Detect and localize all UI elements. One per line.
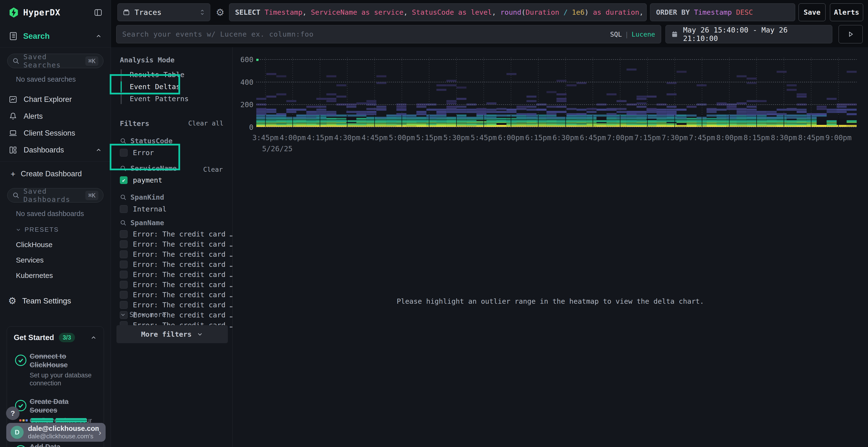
preset-kubernetes[interactable]: Kubernetes xyxy=(16,271,111,280)
preset-services[interactable]: Services xyxy=(16,256,111,264)
presets-toggle[interactable]: PRESETS xyxy=(16,226,111,233)
hidden-checklist-item xyxy=(19,418,87,422)
checkbox-unchecked[interactable] xyxy=(120,230,128,238)
sidebar-header: HyperDX xyxy=(0,0,111,25)
filter-option-spanname[interactable]: Error: The credit card … xyxy=(120,260,234,269)
source-settings-gear-icon[interactable]: ⚙ xyxy=(214,3,227,21)
chevron-up-icon[interactable] xyxy=(90,334,97,341)
chart-panel: 0200400600 3:45pm4:00pm4:15pm4:30pm4:45p… xyxy=(233,47,868,447)
y-tick-label: 0 xyxy=(234,123,253,132)
sql-token: / xyxy=(559,8,572,16)
alerts-button[interactable]: Alerts xyxy=(830,3,863,21)
checkbox-unchecked[interactable] xyxy=(120,205,128,213)
filter-option-internal[interactable]: Internal xyxy=(120,204,166,214)
sidebar-item-chart-explorer[interactable]: Chart Explorer xyxy=(0,92,111,107)
sidebar-item-alerts[interactable]: Alerts xyxy=(0,108,111,124)
get-started-title: Get Started xyxy=(14,333,54,342)
filter-option-spanname[interactable]: Error: The credit card … xyxy=(120,280,234,289)
more-filters-button[interactable]: More filters xyxy=(117,325,228,343)
time-range-picker[interactable]: May 26 15:40:00 - May 26 21:10:00 xyxy=(665,25,832,43)
mode-sql-toggle[interactable]: SQL xyxy=(610,31,622,38)
confetti-icon xyxy=(26,419,28,421)
filter-option-spanname[interactable]: Error: The credit card … xyxy=(120,270,234,279)
sql-token: 1e6 xyxy=(572,8,585,16)
checkbox-unchecked[interactable] xyxy=(120,261,128,268)
nav-label: Client Sessions xyxy=(24,129,75,138)
sql-token: ( xyxy=(521,8,525,16)
y-tick-label: 400 xyxy=(234,78,253,86)
select-chevrons-icon xyxy=(199,9,205,16)
order-by-text: ORDER BY Timestamp DESC xyxy=(656,8,753,16)
help-button[interactable]: ? xyxy=(6,407,20,420)
filter-option-spanname[interactable]: Error: The credit card … xyxy=(120,290,234,300)
search-icon[interactable] xyxy=(120,219,127,226)
sidebar-item-dashboards[interactable]: Dashboards xyxy=(0,142,111,158)
saved-dashboards-input[interactable]: Saved Dashboards ⌘K xyxy=(7,188,103,203)
x-tick-label: 4:00pm xyxy=(280,133,306,142)
shortcut-badge: ⌘K xyxy=(85,56,98,66)
x-tick-label: 6:45pm xyxy=(580,133,606,142)
mode-lucene-toggle[interactable]: Lucene xyxy=(631,31,655,38)
presets-label: PRESETS xyxy=(25,226,59,233)
chevron-up-icon[interactable] xyxy=(95,147,102,153)
sql-token: round xyxy=(500,8,521,16)
x-tick-label: 4:30pm xyxy=(334,133,360,142)
sidebar-item-search[interactable]: Search xyxy=(0,25,111,47)
duration-heatmap[interactable] xyxy=(256,58,857,127)
check-circle-icon xyxy=(14,442,30,447)
delta-chart-message: Please highlight an outlier range in the… xyxy=(233,297,868,305)
x-tick-label: 4:15pm xyxy=(307,133,333,142)
show-more-toggle[interactable]: Show more xyxy=(120,311,166,319)
save-button[interactable]: Save xyxy=(799,3,826,21)
checkbox-unchecked[interactable] xyxy=(120,291,128,299)
mode-event-patterns[interactable]: Event Patterns xyxy=(130,94,189,104)
get-started-item[interactable]: Add Data Start sending logs, metrics, or… xyxy=(14,442,97,447)
gear-icon: ⚙ xyxy=(8,296,17,306)
filter-option-spanname[interactable]: Error: The credit card … xyxy=(120,239,234,249)
sidebar-collapse-icon[interactable] xyxy=(94,8,102,17)
search-icon[interactable] xyxy=(120,138,127,144)
checkbox-unchecked[interactable] xyxy=(120,301,128,309)
saved-searches-input[interactable]: Saved Searches ⌘K xyxy=(7,54,103,68)
get-started-item[interactable]: Connect to ClickHouse Set up your databa… xyxy=(14,352,97,387)
search-icon xyxy=(12,192,20,199)
filter-option-spanname[interactable]: Error: The credit card … xyxy=(120,229,234,239)
filter-option-spanname[interactable]: Error: The credit card … xyxy=(120,249,234,259)
checkbox-unchecked[interactable] xyxy=(120,271,128,278)
x-tick-label: 6:00pm xyxy=(498,133,524,142)
x-tick-label: 8:15pm xyxy=(744,133,770,142)
checkbox-checked[interactable]: ✔ xyxy=(120,176,128,184)
filter-group-spankind: SpanKind xyxy=(120,193,164,201)
create-dashboard-button[interactable]: + Create Dashboard xyxy=(0,166,111,182)
sidebar-item-client-sessions[interactable]: Client Sessions xyxy=(0,125,111,141)
checkbox-unchecked[interactable] xyxy=(120,281,128,288)
clear-all-link[interactable]: Clear all xyxy=(188,119,223,128)
sql-token: as duration xyxy=(589,8,640,16)
search-icon[interactable] xyxy=(120,194,127,201)
x-tick-label: 6:15pm xyxy=(525,133,551,142)
sidebar-item-team-settings[interactable]: ⚙ Team Settings xyxy=(0,296,111,306)
user-menu[interactable]: D dale@clickhouse.com dale@clickhouse.co… xyxy=(6,423,105,442)
lucene-search-input[interactable]: Search your events w/ Lucene ex. column:… xyxy=(116,25,661,43)
preset-clickhouse[interactable]: ClickHouse xyxy=(16,241,111,249)
x-tick-label: 4:45pm xyxy=(362,133,388,142)
filter-option-spanname[interactable]: Error: The credit card … xyxy=(120,300,234,310)
sql-token: , xyxy=(492,8,500,16)
sql-select-input[interactable]: SELECT Timestamp, ServiceName as service… xyxy=(229,3,647,21)
checkbox-unchecked[interactable] xyxy=(120,240,128,248)
calendar-icon xyxy=(671,31,678,38)
order-by-input[interactable]: ORDER BY Timestamp DESC xyxy=(650,3,795,21)
filter-group-spanname: SpanName xyxy=(120,219,164,227)
top-bar: Traces ⚙ SELECT Timestamp, ServiceName a… xyxy=(111,0,868,47)
filter-group-name: SpanKind xyxy=(130,193,164,201)
source-select[interactable]: Traces xyxy=(117,3,210,21)
clear-servicename-link[interactable]: Clear xyxy=(203,166,223,173)
app-title: HyperDX xyxy=(23,8,61,18)
no-saved-searches-text: No saved searches xyxy=(16,75,111,83)
checkbox-unchecked[interactable] xyxy=(120,250,128,258)
filter-group-name: SpanName xyxy=(130,219,164,227)
chevron-up-icon[interactable] xyxy=(95,33,102,39)
run-query-button[interactable] xyxy=(839,25,863,43)
filter-option-payment[interactable]: ✔ payment xyxy=(120,175,162,185)
play-icon xyxy=(847,31,854,38)
